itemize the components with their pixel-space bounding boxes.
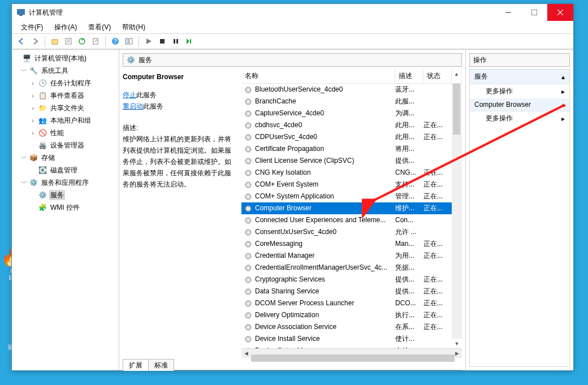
restart-service-button[interactable] — [183, 35, 196, 47]
pause-service-button[interactable] — [170, 35, 182, 47]
scroll-thumb[interactable] — [453, 84, 460, 135]
service-row[interactable]: CredentialEnrollmentManagerUserSvc_4c...… — [241, 262, 452, 274]
service-row[interactable]: COM+ Event System支持...正在... — [241, 179, 452, 191]
event-icon: 📋 — [38, 91, 47, 100]
service-row[interactable]: BluetoothUserService_4cde0蓝牙... — [241, 84, 452, 96]
service-row[interactable]: DCOM Server Process LauncherDCO...正在... — [241, 297, 452, 309]
actions-group-selected[interactable]: Computer Browser▴ — [470, 98, 569, 111]
col-status[interactable]: 状态 — [423, 69, 452, 83]
service-status: 正在... — [423, 250, 452, 261]
device-icon: 🖨️ — [38, 141, 47, 150]
service-name: Client License Service (ClipSVC) — [255, 155, 354, 166]
menu-file[interactable]: 文件(F) — [15, 21, 49, 33]
col-name[interactable]: 名称 — [241, 69, 395, 83]
stop-service-button[interactable] — [156, 35, 168, 47]
list-header[interactable]: 名称 描述 状态 ▲ — [241, 69, 462, 84]
svg-point-27 — [248, 124, 249, 126]
tree-task-scheduler[interactable]: ›🕒任务计划程序 — [13, 77, 118, 89]
minimize-button[interactable] — [495, 4, 521, 21]
tree-performance[interactable]: ›🚫性能 — [13, 127, 118, 139]
show-hide-button[interactable] — [123, 35, 135, 47]
tab-standard[interactable]: 标准 — [148, 359, 174, 371]
service-row[interactable]: Computer Browser维护...正在... — [241, 202, 452, 214]
maximize-button[interactable] — [521, 4, 547, 21]
properties-button[interactable] — [62, 35, 75, 47]
gear-icon — [244, 109, 253, 118]
restart-link[interactable]: 重启动 — [123, 102, 143, 110]
service-status: 正在... — [423, 167, 452, 178]
perf-icon: 🚫 — [38, 128, 47, 137]
service-row[interactable]: CoreMessagingMan...正在... — [241, 238, 452, 250]
actions-group-services[interactable]: 服务▴ — [470, 70, 569, 84]
svg-point-61 — [248, 326, 249, 328]
service-row[interactable]: Certificate Propagation将用... — [241, 143, 452, 155]
menu-view[interactable]: 查看(V) — [83, 21, 116, 33]
service-row[interactable]: Client License Service (ClipSVC)提供... — [241, 155, 452, 167]
tree-event-viewer[interactable]: ›📋事件查看器 — [13, 89, 118, 102]
gear-icon: ⚙️ — [38, 191, 47, 200]
service-row[interactable]: CNG Key IsolationCNG...正在... — [241, 167, 452, 179]
gear-icon — [244, 263, 253, 272]
actions-item-more1[interactable]: 更多操作▸ — [470, 84, 569, 98]
service-row[interactable]: cbdhsvc_4cde0此用...正在... — [241, 119, 452, 131]
actions-item-more2[interactable]: 更多操作▸ — [470, 111, 569, 126]
titlebar[interactable]: 计算机管理 — [12, 4, 573, 21]
export-button[interactable] — [89, 35, 102, 47]
scroll-down-button[interactable]: ▼ — [452, 339, 462, 348]
close-button[interactable] — [547, 4, 573, 21]
help-button[interactable]: ? — [109, 35, 122, 47]
nav-tree[interactable]: 🖥️计算机管理(本地) ﹀🔧系统工具 ›🕒任务计划程序 ›📋事件查看器 ›📁共享… — [12, 50, 119, 370]
tree-root[interactable]: 🖥️计算机管理(本地) — [13, 52, 118, 64]
tree-services-apps[interactable]: ﹀⚙️服务和应用程序 — [13, 176, 118, 189]
tab-extended[interactable]: 扩展 — [123, 359, 149, 371]
col-desc[interactable]: 描述 — [395, 69, 423, 83]
gear-icon — [244, 240, 253, 249]
horizontal-scrollbar[interactable]: ◀ ▶ — [241, 348, 462, 358]
service-desc: 在系... — [395, 322, 423, 332]
menu-help[interactable]: 帮助(H) — [116, 21, 151, 33]
service-row[interactable]: CaptureService_4cde0为调... — [241, 107, 452, 119]
service-list[interactable]: 名称 描述 状态 ▲ BluetoothUserService_4cde0蓝牙.… — [241, 69, 462, 358]
service-row[interactable]: CDPUserSvc_4cde0此用...正在... — [241, 131, 452, 143]
service-status: 正在... — [423, 310, 452, 321]
service-name: Certificate Propagation — [255, 144, 324, 154]
hscroll-thumb[interactable] — [251, 354, 455, 362]
tree-disk-mgmt[interactable]: 💽磁盘管理 — [13, 164, 118, 176]
service-row[interactable]: ConsentUxUserSvc_4cde0允许 ... — [241, 226, 452, 238]
services-apps-icon: ⚙️ — [29, 178, 38, 187]
service-row[interactable]: Cryptographic Services提供...正在... — [241, 274, 452, 285]
actions-pane: 操作 服务▴ 更多操作▸ Computer Browser▴ 更多操作▸ — [466, 50, 573, 370]
up-button[interactable] — [49, 35, 61, 47]
service-row[interactable]: COM+ System Application管理...正在... — [241, 191, 452, 202]
service-row[interactable]: BranchCache此服... — [241, 96, 452, 107]
stop-link[interactable]: 停止 — [123, 91, 136, 99]
tree-storage[interactable]: ﹀📦存储 — [13, 152, 118, 164]
service-name: BluetoothUserService_4cde0 — [255, 84, 343, 95]
gear-icon — [244, 252, 253, 261]
service-row[interactable]: Credential Manager为用...正在... — [241, 250, 452, 262]
refresh-button[interactable] — [76, 35, 88, 47]
service-row[interactable]: Data Sharing Service提供...正在... — [241, 285, 452, 297]
scroll-left-button[interactable]: ◀ — [241, 349, 251, 358]
tree-device-manager[interactable]: 🖨️设备管理器 — [13, 139, 118, 152]
service-status: 正在... — [423, 191, 452, 202]
gear-icon — [244, 85, 253, 94]
gear-icon — [244, 275, 253, 284]
scroll-up-button[interactable]: ▲ — [452, 69, 461, 79]
tree-shared-folders[interactable]: ›📁共享文件夹 — [13, 102, 118, 114]
back-button[interactable] — [15, 35, 28, 47]
service-status: 正在... — [423, 132, 452, 142]
tree-system-tools[interactable]: ﹀🔧系统工具 — [13, 64, 118, 77]
vertical-scrollbar[interactable]: ▼ — [452, 84, 462, 348]
tree-services[interactable]: ⚙️服务 — [13, 189, 118, 201]
tree-local-users[interactable]: ›👥本地用户和组 — [13, 114, 118, 127]
service-row[interactable]: Connected User Experiences and Teleme...… — [241, 214, 452, 226]
tree-wmi[interactable]: 🧩WMI 控件 — [13, 201, 118, 214]
start-service-button[interactable] — [142, 35, 155, 47]
menu-action[interactable]: 操作(A) — [49, 21, 83, 33]
service-row[interactable]: Delivery Optimization执行...正在... — [241, 309, 452, 321]
service-row[interactable]: Device Install Service使计... — [241, 333, 452, 345]
forward-button[interactable] — [29, 35, 41, 47]
svg-text:?: ? — [114, 38, 117, 45]
service-row[interactable]: Device Association Service在系...正在... — [241, 321, 452, 333]
